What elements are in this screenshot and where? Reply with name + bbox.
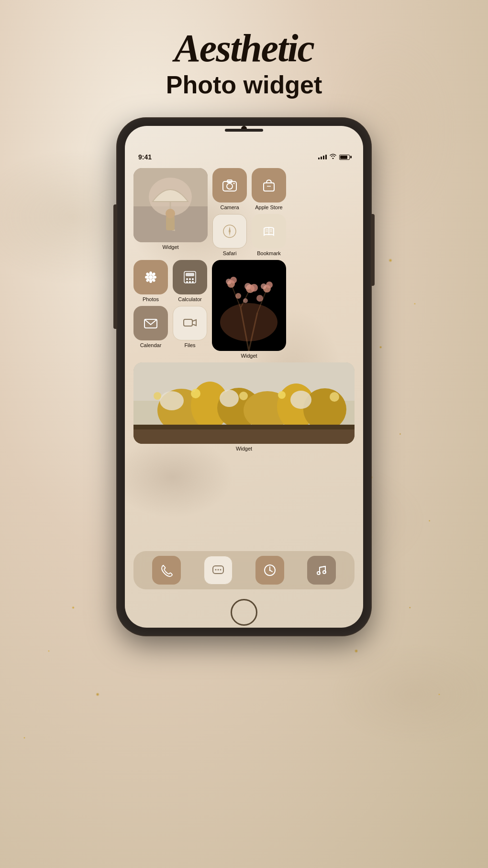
svg-point-89 [323, 571, 326, 574]
svg-point-35 [192, 278, 194, 280]
svg-point-86 [269, 570, 271, 571]
svg-point-37 [189, 281, 191, 283]
svg-point-53 [250, 284, 258, 292]
svg-point-5 [166, 209, 175, 218]
photos-label: Photos [143, 296, 159, 302]
calendar-app[interactable]: Calendar [133, 306, 168, 348]
svg-point-59 [243, 298, 248, 303]
files-app[interactable]: Files [173, 306, 207, 348]
right-column: Camera [212, 168, 286, 256]
svg-point-57 [235, 293, 241, 299]
blossom-scene [212, 260, 286, 351]
dock-clock[interactable] [255, 556, 284, 585]
svg-point-82 [220, 569, 222, 571]
svg-marker-40 [192, 320, 196, 326]
svg-point-34 [189, 278, 191, 280]
right-pair-bottom: Safari [212, 214, 286, 256]
camera-app[interactable]: Camera [212, 168, 247, 210]
svg-rect-32 [186, 273, 194, 276]
svg-line-87 [320, 566, 325, 567]
umbrella-scene [133, 168, 208, 242]
svg-point-50 [230, 277, 237, 283]
phone-screen: 9:41 [125, 126, 363, 628]
icon-grid: Widget [133, 168, 355, 548]
svg-point-68 [303, 388, 346, 430]
battery-icon [339, 155, 350, 160]
phone-home-button[interactable] [231, 599, 257, 626]
safari-icon-bg [212, 214, 247, 248]
svg-point-70 [220, 390, 239, 407]
right-pair-top: Camera [212, 168, 286, 210]
svg-point-56 [266, 282, 273, 288]
signal-bar-3 [323, 156, 324, 159]
svg-point-69 [160, 391, 184, 410]
svg-point-24 [145, 276, 149, 279]
svg-point-25 [153, 276, 156, 279]
main-title: Aesthetic [166, 29, 322, 68]
svg-point-81 [218, 569, 219, 571]
widget-3-img [133, 362, 355, 444]
widget-2-app[interactable]: Widget [212, 260, 286, 359]
mid-col-row2: Calculator [173, 260, 207, 348]
widget-3-app[interactable]: Widget [133, 362, 355, 451]
svg-point-9 [233, 183, 235, 184]
sub-title: Photo widget [166, 70, 322, 99]
dock [133, 551, 355, 589]
page-content: Aesthetic Photo widget 9:41 [0, 0, 488, 635]
svg-point-33 [186, 278, 188, 280]
svg-point-75 [191, 389, 200, 398]
svg-point-23 [149, 279, 152, 283]
svg-point-38 [192, 281, 194, 283]
signal-icon [318, 155, 327, 159]
widget-1-img [133, 168, 208, 242]
svg-rect-73 [133, 429, 355, 444]
dock-messages[interactable] [204, 556, 233, 585]
bookmark-label: Bookmark [257, 250, 281, 256]
phone-body: 9:41 [117, 118, 371, 635]
svg-point-52 [244, 283, 251, 290]
svg-point-22 [149, 271, 152, 275]
photos-app[interactable]: Photos [133, 260, 168, 302]
calculator-app[interactable]: Calculator [173, 260, 207, 302]
calendar-label: Calendar [140, 342, 162, 348]
screen-content: 9:41 [125, 126, 363, 628]
svg-point-36 [186, 281, 188, 283]
files-label: Files [184, 342, 195, 348]
svg-rect-39 [184, 319, 192, 326]
safari-label: Safari [223, 250, 237, 256]
svg-point-21 [149, 275, 153, 279]
svg-point-80 [215, 569, 217, 571]
row-1: Widget [133, 168, 355, 256]
wifi-icon [330, 154, 336, 160]
camera-icon-bg [212, 168, 247, 203]
svg-point-77 [278, 391, 286, 399]
phone-speaker [225, 129, 263, 132]
svg-point-15 [229, 230, 231, 232]
signal-bar-1 [318, 158, 320, 159]
dock-phone[interactable] [152, 556, 181, 585]
camera-label: Camera [220, 204, 239, 210]
signal-bar-4 [325, 155, 327, 159]
widget-1-label: Widget [162, 244, 178, 250]
safari-app[interactable]: Safari [212, 214, 247, 256]
phone-mockup: 9:41 [117, 118, 371, 635]
svg-point-60 [220, 303, 277, 341]
dock-music[interactable] [307, 556, 336, 585]
row-3: Widget [133, 362, 355, 451]
left-col-row2: Photos [133, 260, 168, 348]
svg-point-58 [256, 295, 263, 302]
svg-point-55 [261, 283, 266, 289]
apple-store-app[interactable]: Apple Store [252, 168, 286, 210]
title-area: Aesthetic Photo widget [166, 29, 322, 99]
apple-store-label: Apple Store [255, 204, 282, 210]
bookmark-app[interactable]: Bookmark [252, 214, 286, 256]
svg-point-88 [317, 572, 320, 575]
svg-rect-10 [264, 183, 274, 191]
status-time: 9:41 [138, 153, 152, 161]
svg-point-76 [239, 392, 248, 400]
widget-1-app[interactable]: Widget [133, 168, 208, 250]
bookmark-icon-bg [252, 214, 286, 248]
signal-bar-2 [321, 157, 322, 159]
calculator-label: Calculator [178, 296, 202, 302]
calculator-icon-bg [173, 260, 207, 294]
